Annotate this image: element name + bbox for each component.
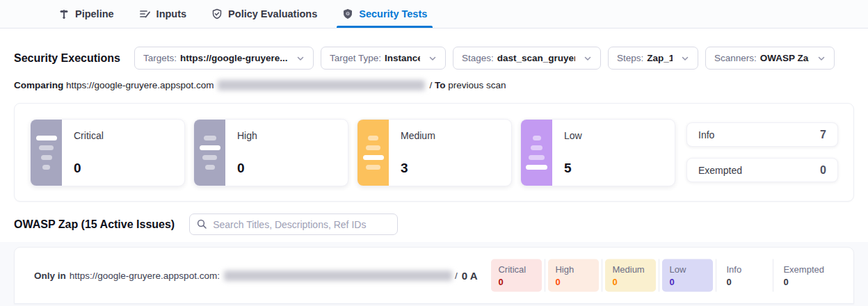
exempted-count: 0: [820, 164, 826, 177]
exempted-label: Exempted: [698, 165, 742, 176]
pill-label: Exempted: [783, 264, 824, 276]
security-shield-icon: [342, 8, 353, 19]
info-pill: Info 0: [719, 259, 770, 292]
severity-pill-bar: Critical 0 High 0 Medium 0 Low 0 Info 0 …: [491, 259, 831, 292]
pill-count: 0: [669, 276, 706, 289]
steps-dropdown[interactable]: Steps: Zap_1: [608, 47, 698, 70]
tab-inputs[interactable]: Inputs: [139, 0, 187, 28]
pill-count: 0: [612, 276, 649, 289]
severity-label: Critical: [74, 130, 104, 141]
divider: [716, 259, 716, 292]
to-label: To: [435, 80, 446, 90]
comparing-url: https://google-gruyere.appspot.com: [66, 80, 214, 90]
high-severity-icon: [194, 120, 225, 186]
dropdown-value: dast_scan_gruyere: [497, 53, 575, 63]
divider: [659, 259, 659, 292]
dropdown-label: Targets:: [143, 53, 177, 63]
pill-label: Info: [726, 264, 763, 276]
critical-severity-icon: [31, 120, 62, 186]
comparing-line: Comparing https://google-gruyere.appspot…: [14, 80, 506, 90]
search-input[interactable]: [189, 214, 398, 235]
only-in-url: https://google-gruyere.appspot.com:: [70, 271, 220, 281]
pill-label: Low: [669, 264, 706, 276]
comparing-label: Comparing: [14, 80, 63, 90]
tab-label: Pipeline: [75, 8, 114, 19]
dropdown-label: Stages:: [462, 53, 494, 63]
pipeline-icon: [58, 8, 70, 19]
pill-label: Medium: [612, 264, 649, 276]
inputs-icon: [139, 8, 151, 19]
redacted-text: [224, 271, 452, 281]
issues-header: OWASP Zap (15 Active Issues): [14, 214, 398, 235]
medium-severity-icon: [357, 120, 389, 186]
divider: [545, 259, 545, 292]
pill-label: High: [555, 264, 592, 276]
severity-count: 0: [237, 161, 257, 176]
low-severity-icon: [521, 120, 552, 186]
tab-pipeline[interactable]: Pipeline: [58, 0, 114, 28]
chevron-down-icon: [681, 54, 689, 63]
low-pill: Low 0: [662, 259, 713, 292]
dropdown-label: Target Type:: [330, 53, 381, 63]
stages-dropdown[interactable]: Stages: dast_scan_gruyere: [453, 47, 601, 70]
owasp-zap-heading: OWASP Zap (15 Active Issues): [14, 218, 175, 231]
exempted-pill: Exempted 0: [776, 259, 831, 292]
security-executions-heading: Security Executions: [14, 52, 120, 65]
tab-policy-evaluations[interactable]: Policy Evaluations: [211, 0, 317, 28]
exempted-card: Exempted 0: [686, 158, 838, 182]
pill-label: Critical: [498, 264, 535, 276]
policy-shield-check-icon: [211, 8, 223, 19]
severity-label: Low: [564, 130, 582, 141]
severity-count: 0: [74, 161, 104, 176]
separator: /: [455, 271, 458, 281]
severity-label: Medium: [401, 130, 435, 141]
critical-pill: Critical 0: [491, 259, 542, 292]
tab-label: Inputs: [156, 8, 187, 19]
top-tab-bar: Pipeline Inputs Policy Evaluations Secur…: [0, 0, 868, 29]
high-card: High 0: [193, 119, 348, 186]
info-card: Info 7: [686, 122, 838, 147]
pill-count: 0: [726, 276, 763, 289]
chevron-down-icon: [817, 54, 826, 63]
issues-search: [189, 214, 398, 235]
info-label: Info: [698, 129, 714, 140]
severity-count: 3: [401, 161, 435, 176]
high-pill: High 0: [548, 259, 599, 292]
dropdown-value: Instance: [385, 53, 420, 63]
chevron-down-icon: [584, 54, 592, 63]
dropdown-label: Scanners:: [714, 53, 757, 63]
severity-count: 5: [564, 161, 582, 176]
targets-dropdown[interactable]: Targets: https://google-gruyere....: [134, 47, 314, 70]
severity-summary-panel: Critical 0 High 0 Medium 3: [14, 103, 854, 202]
tab-security-tests[interactable]: Security Tests: [342, 0, 427, 28]
divider: [602, 259, 602, 292]
redacted-text: [218, 80, 425, 90]
search-icon: [196, 218, 207, 232]
severity-label: High: [237, 130, 257, 141]
medium-pill: Medium 0: [605, 259, 656, 292]
info-exempted-column: Info 7 Exempted 0: [686, 122, 838, 182]
filters-row: Security Executions Targets: https://goo…: [14, 47, 835, 70]
comparing-target: previous scan: [448, 80, 506, 90]
pill-count: 0: [783, 276, 824, 289]
low-card: Low 5: [520, 119, 675, 186]
dropdown-label: Steps:: [617, 53, 643, 63]
only-in-label: Only in: [34, 271, 66, 281]
separator: /: [429, 80, 432, 90]
only-in-section: Only in https://google-gruyere.appspot.c…: [14, 247, 854, 304]
divider: [773, 259, 773, 292]
dropdown-value: OWASP Zap: [760, 53, 809, 63]
critical-card: Critical 0: [30, 119, 185, 186]
target-type-dropdown[interactable]: Target Type: Instance: [321, 47, 446, 70]
active-issues-count: 0 A: [462, 270, 478, 282]
dropdown-value: https://google-gruyere....: [180, 53, 288, 63]
pill-count: 0: [498, 276, 535, 289]
tab-label: Security Tests: [359, 8, 427, 19]
tab-label: Policy Evaluations: [228, 8, 317, 19]
medium-card: Medium 3: [357, 119, 512, 186]
scanners-dropdown[interactable]: Scanners: OWASP Zap: [705, 47, 835, 70]
dropdown-value: Zap_1: [647, 53, 673, 63]
chevron-down-icon: [428, 54, 437, 63]
info-count: 7: [820, 129, 826, 141]
pill-count: 0: [555, 276, 592, 289]
